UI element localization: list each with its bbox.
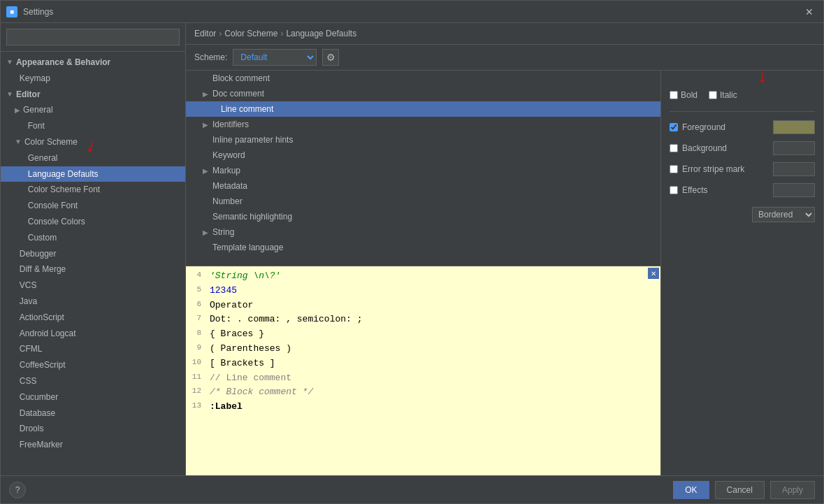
effects-checkbox[interactable] xyxy=(670,186,678,194)
sidebar-item-font[interactable]: Font xyxy=(1,118,185,134)
sidebar-item-cs-general[interactable]: General xyxy=(1,150,185,166)
bold-checkbox-label[interactable]: Bold xyxy=(670,90,697,100)
tree-arrow xyxy=(211,106,218,113)
error-stripe-color-swatch[interactable] xyxy=(773,162,815,176)
line-content: /* Block comment */ xyxy=(207,385,660,400)
tree-item-number[interactable]: Number xyxy=(186,194,660,209)
expand-arrow xyxy=(15,392,17,402)
expand-arrow xyxy=(15,376,17,386)
tree-item-metadata[interactable]: Metadata xyxy=(186,178,660,194)
sidebar-item-actionscript[interactable]: ActionScript xyxy=(1,310,185,326)
tree-item-template[interactable]: Template language xyxy=(186,240,660,255)
error-stripe-checkbox[interactable] xyxy=(670,165,678,173)
tree-item-keyword[interactable]: Keyword xyxy=(186,147,660,163)
ok-button[interactable]: OK xyxy=(673,481,709,499)
left-panel: Block comment ▶ Doc comment Line comment xyxy=(186,71,661,475)
sidebar-item-editor[interactable]: ▼ Editor xyxy=(1,87,185,103)
sidebar-item-drools[interactable]: Drools xyxy=(1,421,185,437)
sidebar-item-custom[interactable]: Custom xyxy=(1,230,185,246)
background-checkbox[interactable] xyxy=(670,144,678,152)
sidebar-item-debugger[interactable]: Debugger xyxy=(1,246,185,262)
sidebar-item-android-logcat[interactable]: Android Logcat xyxy=(1,326,185,342)
scheme-select[interactable]: Default xyxy=(233,49,317,66)
sidebar-item-css[interactable]: CSS xyxy=(1,373,185,389)
sidebar-item-appearance[interactable]: ▼ Appearance & Behavior xyxy=(1,55,185,71)
preview-line-13: 13 :Label xyxy=(186,400,660,415)
tree-arrow: ▶ xyxy=(203,167,210,175)
expand-arrow: ▶ xyxy=(15,106,20,115)
expand-arrow xyxy=(15,329,17,338)
sidebar-item-color-scheme[interactable]: ▼ Color Scheme xyxy=(1,134,185,150)
sidebar: 🔍 ▼ Appearance & Behavior Keymap ▼ xyxy=(1,23,186,475)
expand-arrow xyxy=(15,440,17,450)
effects-color-swatch[interactable] xyxy=(773,183,815,197)
scheme-gear-button[interactable]: ⚙ xyxy=(322,49,339,66)
italic-checkbox[interactable] xyxy=(709,91,717,99)
search-input[interactable] xyxy=(6,29,180,45)
expand-arrow xyxy=(15,361,17,370)
expand-arrow xyxy=(23,217,25,226)
line-content: // Line comment xyxy=(207,371,660,386)
line-number: 9 xyxy=(186,342,207,357)
expand-arrow xyxy=(15,249,17,259)
preview-line-7: 7 Dot: . comma: , semicolon: ; xyxy=(186,312,660,327)
line-content: Operator xyxy=(207,298,660,313)
right-area: Editor › Color Scheme › Language Default… xyxy=(186,23,823,475)
sidebar-item-language-defaults[interactable]: Language Defaults xyxy=(1,166,185,182)
sidebar-item-console-colors[interactable]: Console Colors xyxy=(1,214,185,230)
expand-arrow xyxy=(15,312,17,322)
sidebar-item-coffeescript[interactable]: CoffeeScript xyxy=(1,357,185,373)
line-number: 11 xyxy=(186,371,207,386)
foreground-color-swatch[interactable] xyxy=(773,120,815,134)
cancel-button[interactable]: Cancel xyxy=(715,481,765,499)
sidebar-item-cucumber[interactable]: Cucumber xyxy=(1,389,185,405)
expand-arrow xyxy=(23,122,25,131)
expand-arrow xyxy=(23,201,25,211)
error-stripe-label: Error stripe mark xyxy=(682,164,773,174)
sidebar-item-freemarker[interactable]: FreeMarker xyxy=(1,437,185,453)
breadcrumb-color-scheme: Color Scheme xyxy=(224,29,277,38)
effects-row: Effects xyxy=(670,183,815,197)
tree-item-line-comment[interactable]: Line comment xyxy=(186,101,660,117)
preview-panel: 4 'String \n\?' 5 12345 6 Oper xyxy=(186,266,660,475)
background-color-swatch[interactable] xyxy=(773,141,815,155)
bold-checkbox[interactable] xyxy=(670,91,678,99)
tree-item-string[interactable]: ▶ String xyxy=(186,224,660,240)
tree-item-markup[interactable]: ▶ Markup xyxy=(186,163,660,178)
preview-line-9: 9 ( Parentheses ) xyxy=(186,342,660,357)
preview-close-button[interactable]: ✕ xyxy=(648,268,659,279)
effects-select[interactable]: Bordered xyxy=(752,207,815,222)
sidebar-item-color-scheme-font[interactable]: Color Scheme Font xyxy=(1,182,185,198)
tree-item-identifiers[interactable]: ▶ Identifiers xyxy=(186,117,660,132)
main-content: 🔍 ▼ Appearance & Behavior Keymap ▼ xyxy=(1,23,823,475)
line-content: :Label xyxy=(207,400,660,415)
line-content: 'String \n\?' xyxy=(207,269,660,284)
italic-checkbox-label[interactable]: Italic xyxy=(709,90,737,100)
apply-button[interactable]: Apply xyxy=(770,481,815,499)
sidebar-item-general[interactable]: ▶ General xyxy=(1,102,185,118)
preview-line-8: 8 { Braces } xyxy=(186,327,660,342)
help-button[interactable]: ? xyxy=(9,482,26,498)
tree-item-inline-hints[interactable]: Inline parameter hints xyxy=(186,132,660,147)
tree-arrow: ▶ xyxy=(203,121,210,129)
sidebar-item-database[interactable]: Database xyxy=(1,405,185,422)
tree-item-doc-comment[interactable]: ▶ Doc comment xyxy=(186,86,660,101)
sidebar-item-cfml[interactable]: CFML xyxy=(1,341,185,357)
scheme-label: Scheme: xyxy=(194,52,227,62)
foreground-checkbox[interactable] xyxy=(670,123,678,131)
close-button[interactable]: ✕ xyxy=(801,3,818,20)
sidebar-item-keymap[interactable]: Keymap xyxy=(1,71,185,87)
expand-arrow: ▼ xyxy=(6,89,13,99)
background-label: Background xyxy=(682,143,773,153)
preview-line-11: 11 // Line comment xyxy=(186,371,660,386)
sidebar-item-java[interactable]: Java xyxy=(1,294,185,310)
tree-item-semantic[interactable]: Semantic highlighting xyxy=(186,209,660,224)
sidebar-item-console-font[interactable]: Console Font xyxy=(1,198,185,214)
tree-arrow xyxy=(203,75,210,82)
background-row: Background xyxy=(670,141,815,155)
sidebar-item-vcs[interactable]: VCS xyxy=(1,278,185,294)
title-bar: ■ Settings ✕ xyxy=(1,1,823,23)
tree-arrow xyxy=(203,152,210,159)
tree-item-block-comment[interactable]: Block comment xyxy=(186,71,660,86)
sidebar-item-diff-merge[interactable]: Diff & Merge xyxy=(1,261,185,278)
